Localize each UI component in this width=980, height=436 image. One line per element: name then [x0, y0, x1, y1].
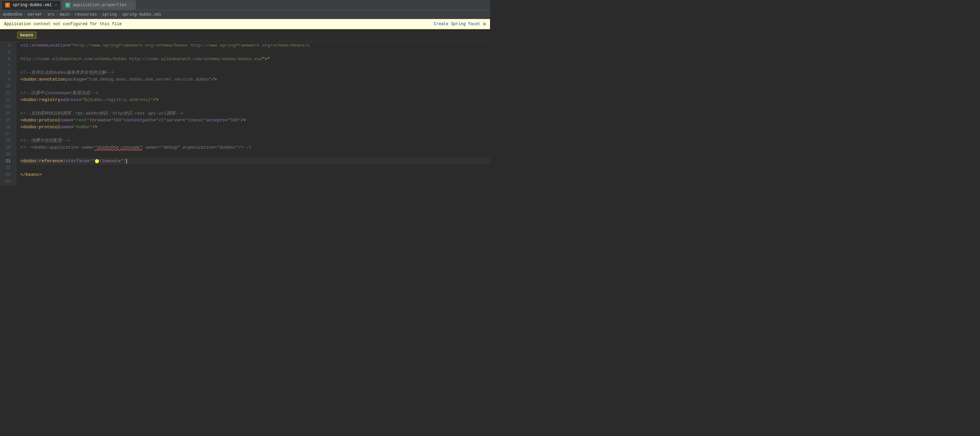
line-numbers: 456789101112131415161718192021222324 — [0, 41, 16, 186]
bc-sep-3: › — [56, 12, 59, 17]
code-line-18: <!--消费方信息配置--> — [21, 137, 490, 144]
code-line-12: <dubbo:registry address="${dubbo.registr… — [21, 97, 490, 103]
tab-spring-dubbo[interactable]: X spring-dubbo.xml × — [2, 0, 61, 10]
line-number-4: 4 — [0, 42, 13, 49]
code-line-21: <dubbo:reference interface="" timeout="" — [21, 158, 490, 165]
code-line-6: http://code.alibabatech.com/schema/dubbo… — [21, 56, 490, 63]
code-line-5 — [21, 49, 490, 56]
code-line-17 — [21, 131, 490, 137]
code-line-24 — [21, 178, 490, 185]
code-line-10 — [21, 83, 490, 90]
code-line-15: <dubbo:protocol name="rest" threads="500… — [21, 117, 490, 124]
breadcrumb-nav: dubboOne › server › src › main › resourc… — [0, 10, 490, 19]
xml-file-icon: X — [5, 3, 10, 8]
text-cursor — [126, 159, 127, 163]
bc-sep-1: › — [24, 12, 26, 17]
notification-right: Create Spring facet ⚙ — [434, 21, 486, 27]
create-spring-facet-link[interactable]: Create Spring facet — [434, 22, 480, 27]
line-number-6: 6 — [0, 56, 13, 63]
editor-main: beans 4567891011121314151617181920212223… — [0, 29, 490, 186]
code-line-23: </beans> — [21, 171, 490, 178]
bc-sep-6: › — [118, 12, 121, 17]
prop-file-icon: P — [65, 3, 70, 8]
notification-settings-icon[interactable]: ⚙ — [483, 21, 486, 27]
line-number-9: 9 — [0, 76, 13, 83]
code-line-22 — [21, 165, 490, 171]
breadcrumb-server[interactable]: server — [27, 12, 42, 17]
breadcrumb-dubbone[interactable]: dubboOne — [3, 12, 22, 17]
code-line-4: xsi:schemaLocation="http://www.springfra… — [21, 42, 490, 49]
code-line-13 — [21, 103, 490, 110]
line-number-5: 5 — [0, 49, 13, 56]
breadcrumb-main[interactable]: main — [60, 12, 70, 17]
tab-spring-dubbo-label: spring-dubbo.xml — [13, 3, 52, 8]
tab-application-properties-label: application.properties — [73, 3, 127, 8]
bc-sep-2: › — [43, 12, 46, 17]
code-line-20 — [21, 151, 490, 158]
line-number-17: 17 — [0, 131, 13, 137]
line-number-11: 11 — [0, 90, 13, 97]
line-number-24: 24 — [0, 178, 13, 185]
line-number-12: 12 — [0, 97, 13, 103]
line-number-19: 19 — [0, 144, 13, 151]
code-line-11: <!--注册中心zookeeper配置信息--> — [21, 90, 490, 97]
line-number-16: 16 — [0, 124, 13, 131]
line-number-7: 7 — [0, 63, 13, 70]
line-number-20: 20 — [0, 151, 13, 158]
code-line-8: <!--发布出去的dubbo服务类所在包的注解--> — [21, 70, 490, 76]
breadcrumb-resources[interactable]: resources — [75, 12, 97, 17]
code-line-19: <!--<dubbo:application name="dubboOne-co… — [21, 144, 490, 151]
line-number-14: 14 — [0, 110, 13, 117]
cursor-highlight — [95, 159, 99, 163]
line-number-22: 22 — [0, 165, 13, 171]
breadcrumb-spring-dubbo-xml[interactable]: spring-dubbo.xml — [122, 12, 161, 17]
bc-sep-4: › — [71, 12, 73, 17]
tab-bar: X spring-dubbo.xml × P application.prope… — [0, 0, 490, 10]
code-line-16: <dubbo:protocol name="dubbo" /> — [21, 124, 490, 131]
line-number-18: 18 — [0, 137, 13, 144]
tab-application-properties[interactable]: P application.properties × — [62, 0, 136, 10]
line-number-10: 10 — [0, 83, 13, 90]
tab-spring-dubbo-close[interactable]: × — [55, 3, 57, 7]
tab-application-properties-close[interactable]: × — [130, 3, 132, 7]
line-number-8: 8 — [0, 70, 13, 76]
breadcrumb-spring[interactable]: spring — [102, 12, 117, 17]
beans-tag-row: beans — [0, 29, 490, 41]
line-number-21: 21 — [0, 158, 13, 165]
notification-message: Application context not configured for t… — [4, 22, 122, 27]
notification-bar: Application context not configured for t… — [0, 19, 490, 29]
breadcrumb-src[interactable]: src — [47, 12, 55, 17]
code-line-9: <dubbo:annotation package="com.debug.moo… — [21, 76, 490, 83]
code-area[interactable]: 456789101112131415161718192021222324 xsi… — [0, 41, 490, 186]
code-line-7 — [21, 63, 490, 70]
line-number-23: 23 — [0, 171, 13, 178]
code-content[interactable]: xsi:schemaLocation="http://www.springfra… — [16, 41, 490, 186]
line-number-15: 15 — [0, 117, 13, 124]
beans-tag: beans — [17, 32, 37, 39]
code-line-14: <!--支持两种协议的调用：rpc-dubbo协议；http协议-rest ap… — [21, 110, 490, 117]
bc-sep-5: › — [98, 12, 101, 17]
line-number-13: 13 — [0, 103, 13, 110]
